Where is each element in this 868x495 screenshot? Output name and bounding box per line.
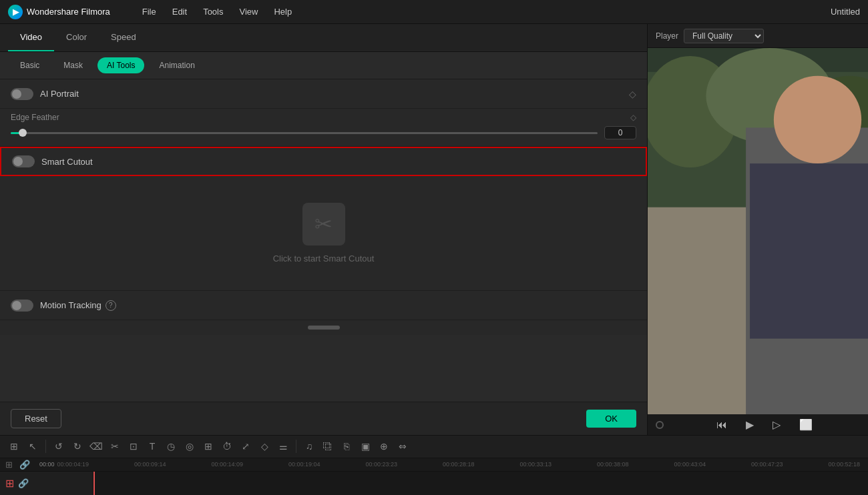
track-content[interactable] bbox=[93, 472, 868, 495]
left-panel: Video Color Speed Basic Mask AI Tools An… bbox=[0, 24, 648, 435]
redo-icon[interactable]: ↻ bbox=[70, 439, 85, 454]
ts-10: 00:00:47:23 bbox=[751, 461, 783, 468]
motion-tracking-toggle[interactable] bbox=[11, 300, 33, 312]
scissors-icon: ✂ bbox=[314, 211, 333, 237]
edge-feather-value[interactable]: 0 bbox=[604, 126, 636, 139]
timer-icon[interactable]: ◷ bbox=[164, 439, 178, 454]
timeline-toolbar: ⊞ ↖ ↺ ↻ ⌫ ✂ ⊡ T ◷ ◎ ⊞ ⏱ ⤢ ◇ ⚌ ♫ ⿻ ⎘ ▣ ⊕ … bbox=[0, 436, 868, 458]
ts-11: 00:00:52:18 bbox=[828, 461, 860, 468]
smart-cutout-label: Smart Cutout bbox=[41, 157, 93, 167]
divider-2 bbox=[296, 440, 296, 453]
divider-1 bbox=[45, 440, 46, 453]
smart-cutout-toggle[interactable] bbox=[12, 155, 35, 167]
add-track-icon[interactable]: ⊞ bbox=[5, 460, 13, 470]
app-logo: ▶ Wondershare Filmora bbox=[8, 5, 110, 19]
menu-file[interactable]: File bbox=[140, 4, 159, 19]
ai-portrait-toggle[interactable] bbox=[11, 88, 33, 100]
edge-feather-slider-row: 0 bbox=[0, 123, 647, 147]
ts-8: 00:00:38:08 bbox=[597, 461, 629, 468]
crop-icon[interactable]: ⊡ bbox=[126, 439, 141, 454]
copy-icon[interactable]: ⿻ bbox=[320, 439, 335, 454]
edge-feather-diamond-icon: ◇ bbox=[630, 113, 636, 122]
ts-5: 00:00:23:23 bbox=[365, 461, 397, 468]
layer-icon[interactable]: ▣ bbox=[358, 439, 373, 454]
stop-button[interactable]: ⬜ bbox=[795, 417, 817, 432]
sub-tab-animation[interactable]: Animation bbox=[150, 57, 204, 73]
sub-tab-mask[interactable]: Mask bbox=[54, 57, 92, 73]
ai-portrait-diamond-icon: ◇ bbox=[629, 89, 636, 99]
menu-view[interactable]: View bbox=[236, 4, 260, 19]
smart-cutout-row: Smart Cutout bbox=[0, 147, 647, 176]
quality-select[interactable]: Full Quality Half Quality Quarter Qualit… bbox=[684, 29, 764, 43]
right-panel: Player Full Quality Half Quality Quarter… bbox=[648, 24, 868, 435]
ts-9: 00:00:43:04 bbox=[674, 461, 706, 468]
app-name: Wondershare Filmora bbox=[27, 7, 110, 17]
timeline-section: ⊞ ↖ ↺ ↻ ⌫ ✂ ⊡ T ◷ ◎ ⊞ ⏱ ⤢ ◇ ⚌ ♫ ⿻ ⎘ ▣ ⊕ … bbox=[0, 435, 868, 495]
ai-portrait-toggle-knob bbox=[12, 89, 21, 99]
track-left-panel: ⊞ 🔗 bbox=[0, 472, 93, 495]
video-preview-svg bbox=[648, 48, 868, 414]
ts-2: 00:00:09:14 bbox=[134, 461, 166, 468]
playhead bbox=[93, 472, 95, 495]
ai-portrait-row: AI Portrait ◇ bbox=[0, 79, 647, 109]
menu-tools[interactable]: Tools bbox=[200, 4, 226, 19]
edge-feather-slider-thumb[interactable] bbox=[19, 129, 27, 137]
tab-video[interactable]: Video bbox=[8, 24, 54, 51]
delete-icon[interactable]: ⌫ bbox=[89, 439, 103, 454]
motion-tracking-help-icon[interactable]: ? bbox=[105, 300, 116, 311]
ts-3: 00:00:14:09 bbox=[212, 461, 244, 468]
smart-cutout-icon: ✂ bbox=[302, 203, 345, 245]
sub-tab-ai-tools[interactable]: AI Tools bbox=[97, 57, 144, 73]
menu-help[interactable]: Help bbox=[271, 4, 294, 19]
sub-tab-row: Basic Mask AI Tools Animation bbox=[0, 52, 647, 79]
diamond-icon[interactable]: ◇ bbox=[257, 439, 272, 454]
track-link-icon[interactable]: 🔗 bbox=[18, 478, 29, 488]
scroll-thumb[interactable] bbox=[308, 326, 340, 330]
scroll-area bbox=[0, 320, 647, 335]
edge-feather-label-row: Edge Feather ◇ bbox=[0, 109, 647, 123]
undo-icon[interactable]: ↺ bbox=[51, 439, 66, 454]
player-position-indicator[interactable] bbox=[656, 421, 664, 429]
menu-items: File Edit Tools View Help bbox=[140, 4, 294, 19]
speed-icon[interactable]: ⏱ bbox=[220, 439, 234, 454]
edge-feather-slider-track[interactable] bbox=[11, 132, 598, 134]
sliders-icon[interactable]: ⚌ bbox=[276, 439, 290, 454]
attach-icon[interactable]: ⎘ bbox=[339, 439, 354, 454]
fit-icon[interactable]: ⤢ bbox=[238, 439, 253, 454]
arrows-icon[interactable]: ⇔ bbox=[395, 439, 410, 454]
tab-color[interactable]: Color bbox=[54, 24, 99, 51]
smart-cutout-area[interactable]: ✂ Click to start Smart Cutout bbox=[0, 176, 647, 291]
ts-6: 00:00:28:18 bbox=[443, 461, 475, 468]
main-content: Video Color Speed Basic Mask AI Tools An… bbox=[0, 24, 868, 435]
player-timeline: ⏮ ▶ ▷ ⬜ bbox=[648, 414, 868, 435]
player-bar: Player Full Quality Half Quality Quarter… bbox=[648, 24, 868, 48]
player-label: Player bbox=[656, 31, 678, 41]
ts-1: 00:00:04:19 bbox=[57, 461, 89, 468]
transform-icon[interactable]: ⊞ bbox=[201, 439, 216, 454]
sub-tab-basic[interactable]: Basic bbox=[11, 57, 49, 73]
grid-icon[interactable]: ⊞ bbox=[7, 439, 21, 454]
panel-content: AI Portrait ◇ Edge Feather ◇ 0 bbox=[0, 79, 647, 402]
bottom-bar: Reset OK bbox=[0, 402, 647, 435]
reset-button[interactable]: Reset bbox=[11, 409, 61, 428]
main-tab-row: Video Color Speed bbox=[0, 24, 647, 52]
text-icon[interactable]: T bbox=[145, 439, 160, 454]
play-alt-button[interactable]: ▷ bbox=[769, 417, 785, 432]
ok-button[interactable]: OK bbox=[586, 410, 636, 428]
track-add-icon[interactable]: ⊞ bbox=[5, 477, 14, 490]
audio-icon[interactable]: ♫ bbox=[302, 439, 316, 454]
link-icon[interactable]: 🔗 bbox=[19, 460, 30, 470]
motion-tracking-toggle-knob bbox=[12, 301, 21, 310]
effect-icon[interactable]: ◎ bbox=[182, 439, 197, 454]
tab-speed[interactable]: Speed bbox=[99, 24, 148, 51]
menu-edit[interactable]: Edit bbox=[170, 4, 190, 19]
step-back-button[interactable]: ⏮ bbox=[712, 417, 731, 432]
svg-point-7 bbox=[774, 76, 861, 163]
marker-icon[interactable]: ⊕ bbox=[377, 439, 391, 454]
cursor-icon[interactable]: ↖ bbox=[25, 439, 40, 454]
window-title: Untitled bbox=[831, 7, 860, 17]
video-preview bbox=[648, 48, 868, 414]
play-button[interactable]: ▶ bbox=[742, 417, 758, 432]
ts-7: 00:00:33:13 bbox=[519, 461, 552, 468]
cut-icon[interactable]: ✂ bbox=[107, 439, 122, 454]
